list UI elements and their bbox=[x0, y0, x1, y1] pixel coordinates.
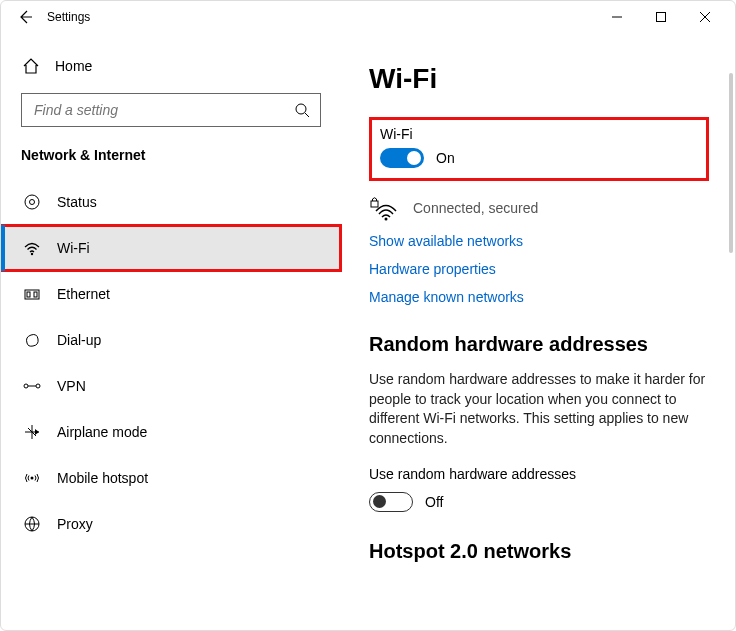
titlebar: Settings bbox=[1, 1, 735, 33]
wifi-toggle-section: Wi-Fi On bbox=[369, 117, 709, 181]
sidebar-item-dialup[interactable]: Dial-up bbox=[1, 317, 341, 363]
sidebar-item-label: Airplane mode bbox=[43, 424, 147, 440]
svg-point-10 bbox=[24, 384, 28, 388]
wifi-toggle-label: Wi-Fi bbox=[380, 126, 698, 142]
svg-rect-8 bbox=[27, 292, 30, 297]
sidebar-item-proxy[interactable]: Proxy bbox=[1, 501, 341, 547]
svg-point-11 bbox=[36, 384, 40, 388]
status-icon bbox=[21, 193, 43, 211]
main-panel: Wi-Fi Wi-Fi On Connected, secured Show a… bbox=[341, 33, 735, 630]
wifi-toggle[interactable] bbox=[380, 148, 424, 168]
proxy-icon bbox=[21, 515, 43, 533]
sidebar-item-hotspot[interactable]: Mobile hotspot bbox=[1, 455, 341, 501]
back-button[interactable] bbox=[9, 1, 41, 33]
content: Home Network & Internet Status bbox=[1, 33, 735, 630]
page-title: Wi-Fi bbox=[369, 63, 707, 95]
sidebar: Home Network & Internet Status bbox=[1, 33, 341, 630]
connection-row: Connected, secured bbox=[369, 195, 707, 221]
sidebar-item-wifi[interactable]: Wi-Fi bbox=[1, 225, 341, 271]
vpn-icon bbox=[21, 377, 43, 395]
link-known-networks[interactable]: Manage known networks bbox=[369, 289, 707, 305]
back-arrow-icon bbox=[17, 9, 33, 25]
search-box[interactable] bbox=[21, 93, 321, 127]
scrollbar[interactable] bbox=[729, 73, 733, 253]
wifi-icon bbox=[21, 239, 43, 257]
home-label: Home bbox=[41, 58, 92, 74]
svg-line-3 bbox=[305, 113, 309, 117]
airplane-icon bbox=[21, 423, 43, 441]
sidebar-item-label: Mobile hotspot bbox=[43, 470, 148, 486]
sidebar-item-label: Dial-up bbox=[43, 332, 101, 348]
home-icon bbox=[21, 57, 41, 75]
link-hardware-properties[interactable]: Hardware properties bbox=[369, 261, 707, 277]
svg-rect-1 bbox=[657, 13, 666, 22]
minimize-icon bbox=[612, 12, 622, 22]
dialup-icon bbox=[21, 331, 43, 349]
link-show-networks[interactable]: Show available networks bbox=[369, 233, 707, 249]
svg-point-5 bbox=[30, 200, 35, 205]
sidebar-item-label: Wi-Fi bbox=[43, 240, 90, 256]
svg-rect-16 bbox=[371, 201, 378, 207]
nav-list: Status Wi-Fi Ethernet Dial-up bbox=[1, 179, 341, 547]
ethernet-icon bbox=[21, 285, 43, 303]
random-hw-toggle-label: Use random hardware addresses bbox=[369, 466, 707, 482]
sidebar-item-ethernet[interactable]: Ethernet bbox=[1, 271, 341, 317]
app-title: Settings bbox=[41, 10, 90, 24]
random-hw-body: Use random hardware addresses to make it… bbox=[369, 370, 707, 448]
svg-point-2 bbox=[296, 104, 306, 114]
sidebar-item-airplane[interactable]: Airplane mode bbox=[1, 409, 341, 455]
section-title: Network & Internet bbox=[1, 139, 341, 179]
window-controls bbox=[595, 1, 727, 33]
maximize-icon bbox=[656, 12, 666, 22]
wifi-toggle-state: On bbox=[436, 150, 455, 166]
sidebar-item-label: Proxy bbox=[43, 516, 93, 532]
close-icon bbox=[700, 12, 710, 22]
close-button[interactable] bbox=[683, 1, 727, 33]
search-icon bbox=[294, 102, 310, 118]
hotspot-icon bbox=[21, 469, 43, 487]
svg-point-6 bbox=[31, 253, 33, 255]
random-hw-toggle-state: Off bbox=[425, 494, 443, 510]
sidebar-item-status[interactable]: Status bbox=[1, 179, 341, 225]
sidebar-item-label: Status bbox=[43, 194, 97, 210]
svg-point-13 bbox=[31, 477, 34, 480]
sidebar-item-label: Ethernet bbox=[43, 286, 110, 302]
search-wrap bbox=[1, 87, 341, 139]
minimize-button[interactable] bbox=[595, 1, 639, 33]
svg-rect-9 bbox=[34, 292, 37, 297]
svg-point-4 bbox=[25, 195, 39, 209]
hotspot2-heading: Hotspot 2.0 networks bbox=[369, 540, 707, 563]
connection-status: Connected, secured bbox=[413, 200, 538, 216]
home-nav[interactable]: Home bbox=[1, 45, 341, 87]
random-hw-toggle[interactable] bbox=[369, 492, 413, 512]
random-hw-heading: Random hardware addresses bbox=[369, 333, 707, 356]
svg-point-15 bbox=[385, 218, 388, 221]
maximize-button[interactable] bbox=[639, 1, 683, 33]
sidebar-item-vpn[interactable]: VPN bbox=[1, 363, 341, 409]
wifi-secured-icon bbox=[369, 195, 399, 221]
search-input[interactable] bbox=[32, 101, 294, 119]
sidebar-item-label: VPN bbox=[43, 378, 86, 394]
